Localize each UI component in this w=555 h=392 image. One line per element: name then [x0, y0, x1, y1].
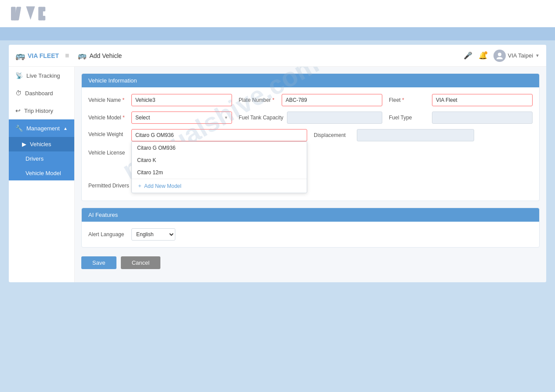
plate-number-input[interactable] — [282, 94, 382, 106]
bell-icon[interactable]: 🔔 — [479, 51, 487, 60]
fleet-label: Fleet * — [389, 97, 428, 103]
vehicles-arrow-icon: ▶ — [22, 141, 26, 147]
fuel-tank-field: Fuel Tank Capacity — [239, 111, 382, 124]
alert-language-select[interactable]: English Chinese Japanese — [131, 228, 175, 241]
vehicle-license-label: Vehicle License — [88, 150, 128, 156]
vehicle-weight-dropdown-menu: Citaro G OM936 Citaro K Citaro 12m ＋ Add… — [131, 141, 307, 193]
sidebar-item-management-label: Management — [26, 125, 60, 132]
save-button[interactable]: Save — [81, 256, 116, 269]
ai-features-section: AI Features Alert Language English Chine… — [81, 208, 540, 248]
form-actions: Save Cancel — [81, 254, 540, 276]
logo — [9, 5, 48, 22]
sidebar-item-live-tracking[interactable]: 📡 Live Tracking — [9, 67, 74, 84]
submenu-vehicles-label: Vehicles — [30, 141, 51, 147]
permitted-drivers-label: Permitted Drivers — [88, 183, 129, 189]
vehicle-weight-dropdown-wrapper: Citaro G OM936 Citaro G OM936 Citaro K C… — [131, 129, 307, 141]
cancel-button[interactable]: Cancel — [121, 256, 160, 269]
vehicle-weight-dropdown[interactable]: Citaro G OM936 — [131, 129, 307, 141]
submenu-drivers-label: Drivers — [25, 155, 44, 162]
vehicle-name-required: * — [121, 97, 124, 103]
app-body: 📡 Live Tracking ⏱ Dashboard ↩ Trip Histo… — [9, 67, 546, 282]
fuel-type-input[interactable] — [432, 111, 533, 124]
mic-icon[interactable]: 🎤 — [464, 51, 472, 60]
svg-point-5 — [498, 53, 501, 56]
fuel-tank-label: Fuel Tank Capacity — [239, 115, 283, 121]
vehicle-info-header: Vehicle Information — [82, 74, 539, 87]
vehicle-model-field: Vehicle Model * Select ▼ — [88, 111, 232, 124]
vehicle-weight-field: Vehicle Weight Citaro G OM936 Citaro G O… — [88, 129, 307, 141]
vehicle-name-label: Vehicle Name * — [88, 97, 128, 103]
user-menu[interactable]: VIA Taipei ▼ — [493, 50, 540, 62]
form-row-3: Vehicle Weight Citaro G OM936 Citaro G O… — [88, 129, 533, 141]
dropdown-add-new-model[interactable]: ＋ Add New Model — [132, 179, 307, 193]
page-title: Add Vehicle — [89, 52, 122, 59]
displacement-input[interactable] — [357, 129, 474, 141]
form-row-2: Vehicle Model * Select ▼ — [88, 111, 533, 124]
blue-band — [0, 27, 555, 40]
fuel-type-field: Fuel Type — [389, 111, 533, 124]
vehicle-model-dropdown-wrapper: Select ▼ — [131, 111, 232, 124]
sidebar-nav: 📡 Live Tracking ⏱ Dashboard ↩ Trip Histo… — [9, 67, 75, 282]
page-title-bar: 🚌 Add Vehicle — [78, 51, 122, 60]
app-title: VIA FLEET — [28, 52, 59, 59]
user-avatar — [493, 50, 506, 62]
trip-history-icon: ↩ — [15, 107, 21, 114]
user-dropdown-arrow: ▼ — [535, 53, 540, 58]
svg-rect-4 — [42, 16, 45, 21]
fuel-tank-input[interactable] — [287, 111, 382, 124]
sidebar-item-management[interactable]: 🔧 Management ▲ — [9, 119, 74, 137]
plate-number-label: Plate Number * — [239, 97, 278, 103]
submenu-item-vehicle-model[interactable]: Vehicle Model — [9, 166, 74, 180]
ai-features-header: AI Features — [82, 208, 539, 222]
vehicle-model-label: Vehicle Model * — [88, 115, 128, 121]
page-car-icon: 🚌 — [78, 51, 87, 60]
management-icon: 🔧 — [15, 125, 23, 132]
alert-language-label: Alert Language — [88, 231, 128, 237]
vehicle-model-placeholder: Select — [135, 115, 150, 121]
app-header-left: 🚌 VIA FLEET ≡ — [15, 51, 69, 61]
dashboard-icon: ⏱ — [15, 90, 22, 97]
form-row-1: Vehicle Name * Plate Number * — [88, 94, 533, 106]
vehicle-weight-value: Citaro G OM936 — [135, 132, 174, 138]
ai-features-body: Alert Language English Chinese Japanese — [82, 222, 539, 247]
vehicle-info-body: Vehicle Name * Plate Number * — [82, 87, 539, 171]
app-header: 🚌 VIA FLEET ≡ 🚌 Add Vehicle 🎤 🔔 VIA Taip… — [9, 45, 546, 67]
vehicle-model-dropdown[interactable]: Select ▼ — [131, 111, 232, 124]
submenu-vehicle-model-label: Vehicle Model — [25, 170, 61, 176]
sidebar-item-dashboard-label: Dashboard — [25, 90, 53, 97]
top-bar — [0, 0, 555, 27]
dropdown-option-citaro-g[interactable]: Citaro G OM936 — [132, 142, 307, 154]
plate-number-field: Plate Number * — [239, 94, 382, 106]
submenu-item-vehicles[interactable]: ▶ Vehicles — [9, 137, 74, 151]
main-container: 🚌 VIA FLEET ≡ 🚌 Add Vehicle 🎤 🔔 VIA Taip… — [0, 40, 555, 291]
sidebar-item-live-tracking-label: Live Tracking — [26, 72, 60, 79]
dropdown-option-citaro-12m[interactable]: Citaro 12m — [132, 166, 307, 179]
ai-form-row: Alert Language English Chinese Japanese — [88, 228, 533, 241]
vehicle-info-title: Vehicle Information — [88, 77, 137, 84]
app-box: 🚌 VIA FLEET ≡ 🚌 Add Vehicle 🎤 🔔 VIA Taip… — [9, 45, 546, 282]
sidebar-item-trip-history[interactable]: ↩ Trip History — [9, 102, 74, 119]
live-tracking-icon: 📡 — [15, 72, 23, 79]
hamburger-button[interactable]: ≡ — [65, 52, 69, 60]
user-name: VIA Taipei — [508, 52, 533, 59]
sidebar-item-trip-history-label: Trip History — [24, 108, 53, 114]
ai-features-title: AI Features — [88, 212, 118, 218]
via-logo — [9, 5, 48, 22]
vehicle-info-section: Vehicle Information Vehicle Name * — [81, 73, 540, 201]
vehicle-name-field: Vehicle Name * — [88, 94, 232, 106]
vehicle-name-input[interactable] — [131, 94, 232, 106]
svg-rect-3 — [42, 7, 45, 11]
vehicle-weight-label: Vehicle Weight — [88, 131, 128, 137]
dropdown-option-citaro-k[interactable]: Citaro K — [132, 154, 307, 166]
management-expand-icon: ▲ — [63, 126, 68, 131]
app-header-right: 🎤 🔔 VIA Taipei ▼ — [464, 50, 540, 62]
displacement-label: Displacement — [314, 132, 353, 138]
fleet-input[interactable] — [432, 94, 533, 106]
sidebar-item-dashboard[interactable]: ⏱ Dashboard — [9, 84, 74, 102]
management-submenu: ▶ Vehicles Drivers Vehicle Model — [9, 137, 74, 180]
vehicle-model-arrow: ▼ — [224, 115, 228, 120]
add-new-model-plus-icon: ＋ — [137, 182, 142, 190]
submenu-item-drivers[interactable]: Drivers — [9, 151, 74, 166]
displacement-field: Displacement — [314, 129, 533, 141]
fuel-type-label: Fuel Type — [389, 115, 428, 121]
